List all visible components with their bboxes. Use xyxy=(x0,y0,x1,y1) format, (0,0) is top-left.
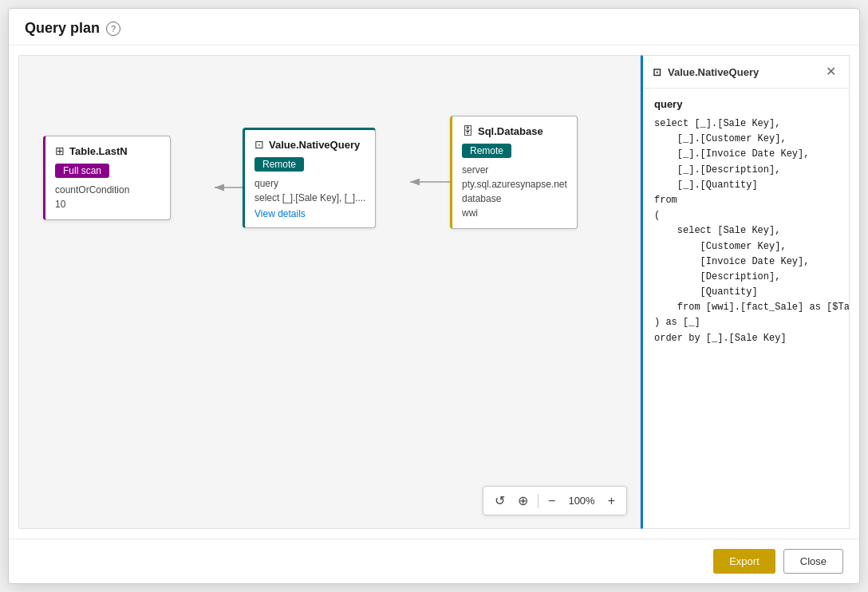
canvas-area[interactable]: ⊞ Table.LastN Full scan countOrCondition… xyxy=(18,55,641,529)
table-icon: ⊞ xyxy=(55,144,65,157)
dialog-header: Query plan ? xyxy=(9,9,859,45)
side-panel-close-button[interactable]: ✕ xyxy=(823,64,839,80)
side-panel-icon: ⊡ xyxy=(653,66,661,78)
native-query-prop-val: select [_].[Sale Key], [_].... xyxy=(254,191,365,205)
side-panel-header: ⊡ Value.NativeQuery ✕ xyxy=(643,56,849,89)
dialog-body: ⊞ Table.LastN Full scan countOrCondition… xyxy=(9,45,859,539)
side-panel-title: Value.NativeQuery xyxy=(668,66,759,78)
table-lastn-prop1: countOrCondition xyxy=(55,183,160,197)
help-icon[interactable]: ? xyxy=(106,22,120,36)
dialog-title: Query plan xyxy=(25,20,100,37)
node-sql-database[interactable]: 🗄 Sql.Database Remote server pty.sql.azu… xyxy=(450,116,578,229)
query-plan-dialog: Query plan ? xyxy=(8,8,860,584)
node-table-header: ⊞ Table.LastN xyxy=(55,144,160,157)
zoom-level: 100% xyxy=(563,495,599,507)
native-query-title: Value.NativeQuery xyxy=(269,139,360,151)
sql-database-val: wwi xyxy=(462,206,567,220)
sql-database-badge: Remote xyxy=(462,144,511,158)
toolbar-divider xyxy=(538,494,539,508)
canvas-content: ⊞ Table.LastN Full scan countOrCondition… xyxy=(19,56,640,528)
table-lastn-title: Table.LastN xyxy=(69,145,128,157)
node-value-nativequery[interactable]: ⊡ Value.NativeQuery Remote query select … xyxy=(243,128,376,228)
side-panel: ⊡ Value.NativeQuery ✕ query select [_].[… xyxy=(641,55,850,529)
zoom-in-button[interactable]: + xyxy=(603,491,620,511)
table-lastn-badge: Full scan xyxy=(55,164,109,178)
side-panel-title-container: ⊡ Value.NativeQuery xyxy=(653,66,759,78)
close-button[interactable]: Close xyxy=(783,549,843,574)
native-query-prop-key: query xyxy=(254,176,365,191)
sql-database-label: database xyxy=(462,191,567,206)
undo-button[interactable]: ↺ xyxy=(490,490,510,511)
side-panel-content: query select [_].[Sale Key], [_].[Custom… xyxy=(643,89,849,528)
sql-server-val: pty.sql.azuresynapse.net xyxy=(462,177,567,191)
node-sql-header: 🗄 Sql.Database xyxy=(462,124,567,137)
dialog-footer: Export Close xyxy=(9,539,859,583)
node-native-header: ⊡ Value.NativeQuery xyxy=(254,138,365,151)
view-details-link[interactable]: View details xyxy=(254,208,365,219)
table-lastn-prop1-val: 10 xyxy=(55,197,160,211)
sql-database-icon: 🗄 xyxy=(462,124,473,137)
export-button[interactable]: Export xyxy=(713,549,775,574)
node-table-lastn[interactable]: ⊞ Table.LastN Full scan countOrCondition… xyxy=(43,136,171,220)
native-query-badge: Remote xyxy=(254,157,304,172)
canvas-toolbar: ↺ ⊕ − 100% + xyxy=(483,486,627,515)
native-query-icon: ⊡ xyxy=(254,138,264,151)
zoom-out-button[interactable]: − xyxy=(543,491,560,511)
sql-server-label: server xyxy=(462,163,567,177)
select-button[interactable]: ⊕ xyxy=(513,490,533,511)
query-section-label: query xyxy=(654,98,838,110)
query-code: select [_].[Sale Key], [_].[Customer Key… xyxy=(654,116,838,346)
sql-database-title: Sql.Database xyxy=(478,125,543,137)
